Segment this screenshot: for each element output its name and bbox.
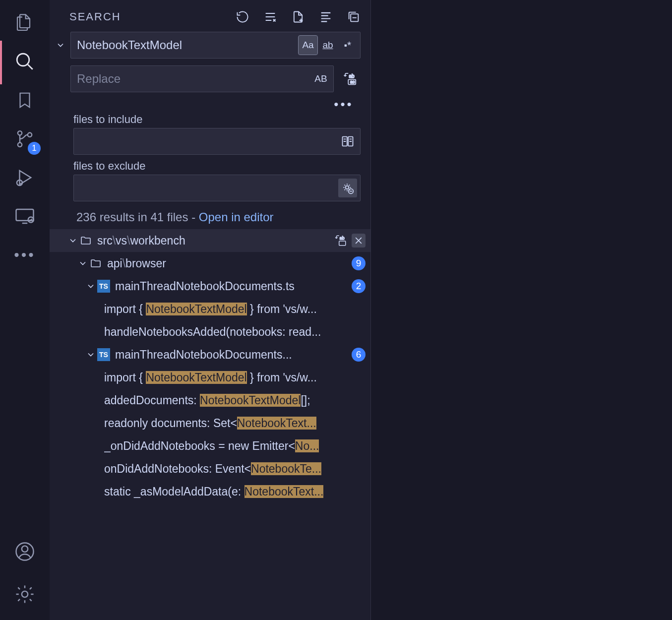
files-exclude-label: files to exclude	[73, 160, 361, 173]
match-row[interactable]: static _asModelAddData(e: NotebookText..…	[50, 480, 370, 503]
remote-icon[interactable]	[13, 204, 37, 228]
chevron-down-icon[interactable]	[84, 280, 97, 293]
panel-title: SEARCH	[69, 10, 121, 23]
svg-text:ab: ab	[349, 73, 355, 79]
results-tree: src\vs\workbench ab api\browser 9 TS mai…	[50, 229, 370, 503]
chevron-down-icon[interactable]	[76, 257, 89, 270]
replace-icon[interactable]: ab	[334, 234, 348, 248]
replace-all-icon[interactable]: abac	[340, 68, 361, 89]
search-input[interactable]	[76, 32, 299, 58]
count-badge: 9	[352, 256, 366, 270]
svg-point-2	[18, 143, 22, 147]
refresh-icon[interactable]	[235, 9, 250, 25]
regex-toggle[interactable]: ▪*	[338, 36, 357, 55]
file-row[interactable]: TS mainThreadNotebookDocuments.ts 2	[50, 275, 370, 298]
match-row[interactable]: readonly documents: Set<NotebookText...	[50, 412, 370, 434]
svg-text:ab: ab	[340, 236, 345, 241]
folder-icon	[89, 257, 102, 270]
match-whole-word-toggle[interactable]: ab	[318, 36, 337, 55]
count-badge: 2	[352, 279, 366, 293]
match-case-toggle[interactable]: Aa	[299, 36, 317, 55]
files-exclude-container	[73, 175, 361, 201]
search-icon[interactable]	[13, 50, 37, 73]
search-input-container: Aa ab ▪*	[70, 32, 361, 59]
explorer-icon[interactable]	[13, 11, 37, 35]
source-control-icon[interactable]: 1	[13, 127, 37, 151]
open-editors-filter-icon[interactable]	[338, 132, 357, 151]
files-include-container	[73, 128, 361, 155]
toggle-replace-chevron-icon[interactable]	[54, 40, 67, 50]
match-row[interactable]: import { NotebookTextModel } from 'vs/w.…	[50, 298, 370, 320]
search-panel: SEARCH Aa ab ▪*	[50, 0, 371, 620]
scm-badge: 1	[28, 142, 41, 155]
typescript-file-icon: TS	[97, 280, 110, 293]
activity-bar: 1 •••	[0, 0, 50, 620]
file-row[interactable]: TS mainThreadNotebookDocuments... 6	[50, 343, 370, 366]
svg-point-1	[18, 131, 22, 135]
chevron-down-icon[interactable]	[84, 348, 97, 361]
svg-point-8	[22, 546, 28, 552]
svg-point-16	[346, 186, 349, 189]
results-summary: 236 results in 41 files - Open in editor	[76, 210, 361, 224]
toggle-details-icon[interactable]: •••	[336, 96, 352, 112]
clear-results-icon[interactable]	[262, 9, 278, 25]
folder-row[interactable]: api\browser 9	[50, 252, 370, 275]
settings-gear-icon[interactable]	[13, 582, 37, 606]
files-exclude-input[interactable]	[79, 175, 338, 201]
more-icon[interactable]: •••	[13, 243, 37, 267]
match-row[interactable]: addedDocuments: NotebookTextModel[];	[50, 389, 370, 412]
match-row[interactable]: onDidAddNotebooks: Event<NotebookTe...	[50, 457, 370, 480]
account-icon[interactable]	[13, 540, 37, 563]
view-as-tree-icon[interactable]	[318, 9, 334, 25]
svg-rect-19	[339, 241, 346, 246]
bookmark-icon[interactable]	[13, 88, 37, 112]
svg-point-0	[17, 54, 29, 66]
use-exclude-settings-icon[interactable]	[338, 179, 357, 197]
svg-text:ac: ac	[350, 79, 355, 84]
chevron-down-icon[interactable]	[66, 234, 79, 247]
files-include-input[interactable]	[79, 128, 338, 154]
typescript-file-icon: TS	[97, 348, 110, 361]
replace-input-container: AB	[70, 65, 334, 92]
collapse-all-icon[interactable]	[346, 9, 362, 25]
folder-icon	[79, 234, 92, 247]
replace-input[interactable]	[76, 66, 311, 92]
preserve-case-toggle[interactable]: AB	[311, 69, 330, 88]
dismiss-icon[interactable]	[352, 234, 366, 248]
match-row[interactable]: _onDidAddNotebooks = new Emitter<No...	[50, 434, 370, 457]
editor-area	[371, 0, 672, 620]
svg-point-9	[22, 591, 28, 597]
files-include-label: files to include	[73, 113, 361, 126]
run-debug-icon[interactable]	[13, 166, 37, 189]
open-in-editor-link[interactable]: Open in editor	[199, 210, 274, 224]
match-row[interactable]: import { NotebookTextModel } from 'vs/w.…	[50, 366, 370, 389]
svg-point-3	[28, 133, 32, 137]
folder-row[interactable]: src\vs\workbench ab	[50, 229, 370, 252]
new-editor-icon[interactable]	[290, 9, 306, 25]
match-row[interactable]: handleNotebooksAdded(notebooks: read...	[50, 320, 370, 343]
count-badge: 6	[352, 348, 366, 362]
svg-rect-5	[16, 209, 34, 221]
